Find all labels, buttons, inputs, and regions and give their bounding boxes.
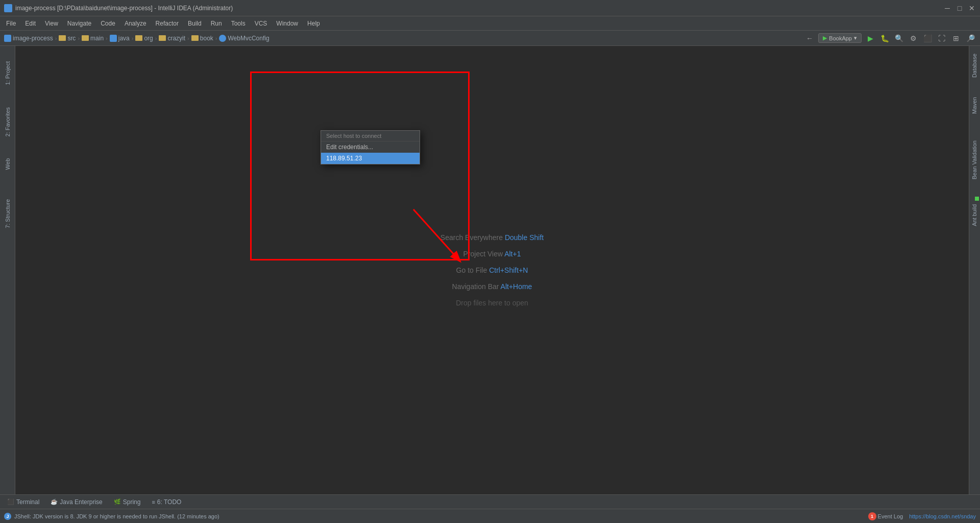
sidebar-tab-structure[interactable]: 7: Structure [5, 199, 11, 228]
event-log-label: Event Log [878, 513, 903, 519]
hint-navbar-shortcut: Alt+Home [501, 282, 532, 291]
hint-navbar: Navigation Bar Alt+Home [452, 282, 532, 291]
menu-tools[interactable]: Tools [227, 18, 250, 29]
search-button[interactable]: 🔍 [893, 33, 904, 44]
main-layout: 1: Project 2: Favorites Web 7: Structure… [0, 46, 980, 494]
menu-run[interactable]: Run [207, 18, 226, 29]
back-button[interactable]: ← [804, 33, 815, 44]
right-tab-ant[interactable]: Ant build [971, 204, 977, 226]
hint-project: Project View Alt+1 [463, 250, 521, 258]
tab-java-enterprise[interactable]: ☕ Java Enterprise [45, 497, 107, 507]
status-bar: J JShell: JDK version is 8. JDK 9 or hig… [0, 509, 980, 523]
url-link[interactable]: https://blog.csdn.net/snday [909, 513, 976, 519]
stop-button[interactable]: ⬛ [922, 33, 933, 44]
menu-analyze[interactable]: Analyze [120, 18, 151, 29]
breadcrumb-webmvc[interactable]: WebMvcConfig [219, 35, 269, 42]
breadcrumb-main[interactable]: main [82, 35, 104, 42]
run-button[interactable]: ▶ [865, 33, 876, 44]
minimize-button[interactable]: ─ [943, 4, 951, 12]
hint-search-shortcut: Double Shift [505, 233, 544, 242]
breadcrumb-sep-5: › [155, 35, 157, 41]
tab-todo-label: 6: TODO [157, 498, 182, 506]
run-config-label: BookApp [829, 35, 852, 41]
ant-build-indicator [975, 197, 979, 201]
right-tab-database[interactable]: Database [971, 54, 977, 78]
breadcrumb-src-label: src [67, 35, 76, 42]
popup-menu: Select host to connect Edit credentials.… [321, 130, 420, 164]
window-title: image-process [D:\PData\baidunet\image-p… [15, 5, 943, 12]
menu-refactor[interactable]: Refactor [152, 18, 183, 29]
spring-icon: 🌿 [114, 498, 121, 505]
title-bar: image-process [D:\PData\baidunet\image-p… [0, 0, 980, 16]
event-log-badge[interactable]: 1 Event Log [868, 512, 903, 520]
java-icon [110, 35, 117, 42]
todo-icon: ≡ [152, 499, 155, 505]
menu-edit[interactable]: Edit [21, 18, 40, 29]
more-button[interactable]: ⊞ [950, 33, 962, 44]
tab-terminal[interactable]: ⬛ Terminal [2, 497, 44, 507]
tab-todo[interactable]: ≡ 6: TODO [146, 497, 186, 507]
breadcrumb-org-label: org [144, 35, 153, 42]
folder-icon-main [82, 35, 89, 41]
menu-build[interactable]: Build [184, 18, 206, 29]
debug-button[interactable]: 🐛 [879, 33, 890, 44]
expand-button[interactable]: ⛶ [936, 33, 947, 44]
breadcrumb-sep-2: › [78, 35, 80, 41]
menu-navigate[interactable]: Navigate [63, 18, 95, 29]
tab-java-enterprise-label: Java Enterprise [60, 498, 102, 506]
right-sidebar: Database Maven Bean Validation Ant build [969, 46, 980, 494]
run-config-dropdown[interactable]: ▶ BookApp ▾ [818, 33, 862, 43]
project-icon [4, 35, 11, 42]
menu-code[interactable]: Code [96, 18, 119, 29]
folder-icon-crazyit [159, 35, 166, 41]
popup-edit-credentials[interactable]: Edit credentials... [321, 141, 420, 153]
run-icon: ▶ [823, 35, 827, 41]
sidebar-tab-web[interactable]: Web [5, 158, 11, 170]
folder-icon-book [191, 35, 199, 41]
tab-spring[interactable]: 🌿 Spring [109, 497, 146, 507]
hint-project-shortcut: Alt+1 [504, 250, 521, 258]
maximize-button[interactable]: □ [955, 4, 964, 12]
dropdown-arrow: ▾ [854, 35, 857, 41]
menu-view[interactable]: View [41, 18, 62, 29]
breadcrumb-bar: image-process › src › main › java › org … [0, 31, 980, 46]
breadcrumb-main-label: main [90, 35, 104, 42]
popup-host-item[interactable]: 118.89.51.23 [321, 153, 420, 164]
menu-file[interactable]: File [2, 18, 20, 29]
breadcrumb-book[interactable]: book [191, 35, 213, 42]
event-count: 1 [868, 512, 876, 520]
sidebar-tab-project[interactable]: 1: Project [5, 61, 11, 85]
hint-goto-shortcut: Ctrl+Shift+N [489, 266, 528, 274]
editor-hints: Search Everywhere Double Shift Project V… [440, 233, 544, 307]
menu-window[interactable]: Window [272, 18, 302, 29]
breadcrumb-sep-7: › [215, 35, 217, 41]
breadcrumb-crazyit[interactable]: crazyit [159, 35, 185, 42]
right-tab-maven[interactable]: Maven [971, 97, 977, 114]
breadcrumb-right: ← ▶ BookApp ▾ ▶ 🐛 🔍 ⚙ ⬛ ⛶ ⊞ 🔎 [804, 33, 976, 44]
breadcrumb-sep-6: › [187, 35, 189, 41]
breadcrumb-webmvc-label: WebMvcConfig [228, 35, 269, 42]
hint-search-text: Search Everywhere [440, 233, 505, 242]
close-button[interactable]: ✕ [968, 4, 976, 12]
menu-help[interactable]: Help [303, 18, 324, 29]
bottom-tabs: ⬛ Terminal ☕ Java Enterprise 🌿 Spring ≡ … [0, 494, 980, 509]
breadcrumb-root[interactable]: image-process [4, 35, 53, 42]
left-sidebar: 1: Project 2: Favorites Web 7: Structure [0, 46, 15, 494]
right-tab-bean[interactable]: Bean Validation [971, 140, 977, 179]
hint-drop: Drop files here to open [456, 299, 528, 307]
breadcrumb-src[interactable]: src [59, 35, 76, 42]
sidebar-tab-favorites[interactable]: 2: Favorites [5, 107, 11, 136]
hint-navbar-text: Navigation Bar [452, 282, 501, 291]
tab-spring-label: Spring [123, 498, 141, 506]
breadcrumb-java[interactable]: java [110, 35, 130, 42]
breadcrumb-project: image-process [13, 35, 53, 42]
breadcrumb-sep-3: › [106, 35, 108, 41]
breadcrumb-sep-1: › [55, 35, 57, 41]
menu-vcs[interactable]: VCS [251, 18, 272, 29]
settings-button[interactable]: ⚙ [908, 33, 919, 44]
menu-bar: File Edit View Navigate Code Analyze Ref… [0, 16, 980, 31]
search2-button[interactable]: 🔎 [965, 33, 976, 44]
tab-terminal-label: Terminal [16, 498, 39, 506]
breadcrumb-org[interactable]: org [135, 35, 153, 42]
status-message: JShell: JDK version is 8. JDK 9 or highe… [14, 513, 219, 519]
